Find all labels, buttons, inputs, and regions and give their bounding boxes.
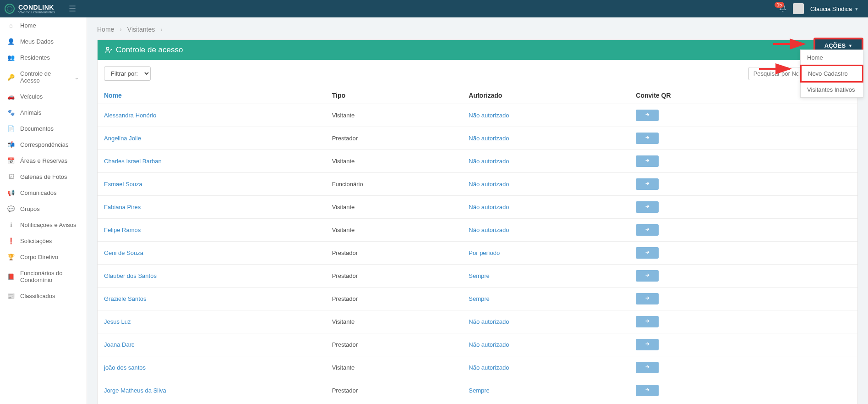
sidebar-item-meus-dados[interactable]: 👤Meus Dados [0, 33, 87, 50]
brand-logo-icon [5, 4, 15, 14]
qr-invite-button[interactable] [636, 293, 659, 304]
table-row: Geni de SouzaPrestadorPor período [98, 242, 857, 265]
visitor-type: Prestador [326, 288, 463, 310]
sidebar-item-funcionários-do-condomínio[interactable]: 📕Funcionários do Condomínio [0, 265, 87, 288]
visitor-auth-link[interactable]: Não autorizado [469, 181, 509, 188]
qr-invite-button[interactable] [636, 316, 659, 327]
qr-invite-button[interactable] [636, 270, 659, 282]
brand-tagline: Vivemos Condomínios [18, 10, 55, 14]
sidebar-item-label: Residentes [20, 54, 50, 61]
visitor-name-link[interactable]: Joana Darc [104, 341, 134, 348]
visitor-name-link[interactable]: Jorge Matheus da Silva [104, 387, 166, 394]
qr-invite-button[interactable] [636, 247, 659, 259]
visitor-name-link[interactable]: Charles Israel Barban [104, 158, 162, 165]
sidebar-item-documentos[interactable]: 📄Documentos [0, 121, 87, 137]
sidebar-item-veículos[interactable]: 🚗Veículos [0, 89, 87, 105]
sidebar-item-solicitações[interactable]: ❗Solicitações [0, 233, 87, 249]
visitor-auth-link[interactable]: Não autorizado [469, 341, 509, 348]
col-nome[interactable]: Nome [98, 87, 326, 104]
sidebar-item-label: Corpo Diretivo [20, 254, 58, 260]
visitor-name-link[interactable]: Esmael Souza [104, 181, 142, 188]
visitor-auth-link[interactable]: Sempre [469, 387, 490, 394]
sidebar-item-comunicados[interactable]: 📢Comunicados [0, 185, 87, 201]
chevron-right-icon: › [120, 26, 122, 33]
dropdown-home[interactable]: Home [801, 50, 863, 65]
sidebar-item-áreas-e-reservas[interactable]: 📅Áreas e Reservas [0, 153, 87, 169]
col-autorizado: Autorizado [462, 87, 629, 104]
sidebar-item-notificações-e-avisos[interactable]: ℹNotificações e Avisos [0, 217, 87, 233]
annotation-arrow [772, 39, 809, 50]
visitor-auth-link[interactable]: Não autorizado [469, 135, 509, 142]
visitor-auth-link[interactable]: Não autorizado [469, 158, 509, 165]
sidebar-item-label: Grupos [20, 205, 40, 212]
visitor-auth-link[interactable]: Sempre [469, 295, 490, 302]
visitor-auth-link[interactable]: Sempre [469, 272, 490, 279]
visitor-auth-link[interactable]: Não autorizado [469, 318, 509, 325]
sidebar-item-label: Controle de Acesso [20, 70, 69, 84]
visitor-auth-link[interactable]: Não autorizado [469, 204, 509, 210]
users-icon: 👥 [7, 54, 15, 61]
visitor-name-link[interactable]: Graziele Santos [104, 295, 147, 302]
arrow-right-icon [644, 387, 650, 393]
sidebar-item-label: Correspondências [20, 141, 69, 148]
breadcrumb-visitantes[interactable]: Visitantes [127, 26, 155, 33]
brand[interactable]: CONDLINK Vivemos Condomínios [5, 4, 55, 14]
visitor-auth-link[interactable]: Não autorizado [469, 364, 509, 371]
acoes-dropdown: Home Novo Cadastro Visitantes Inativos [800, 50, 863, 98]
sidebar-item-correspondências[interactable]: 📬Correspondências [0, 137, 87, 153]
visitor-auth-link[interactable]: Por período [469, 249, 500, 256]
table-row: Joana DarcPrestadorNão autorizado [98, 333, 857, 356]
qr-invite-button[interactable] [636, 362, 659, 373]
notifications-button[interactable]: 15 [779, 5, 786, 13]
visitor-type: Prestador [326, 242, 463, 265]
breadcrumb-home[interactable]: Home [97, 26, 114, 33]
sidebar-item-home[interactable]: ⌂Home [0, 17, 87, 33]
notifications-badge: 15 [775, 2, 784, 8]
filter-select[interactable]: Filtrar por: [104, 66, 151, 81]
sidebar-item-label: Meus Dados [20, 38, 54, 45]
visitor-name-link[interactable]: Fabiana Pires [104, 204, 141, 210]
visitor-name-link[interactable]: Alessandra Honório [104, 112, 156, 119]
sidebar-item-label: Galerias de Fotos [20, 173, 67, 180]
horn-icon: 📢 [7, 189, 15, 196]
qr-invite-button[interactable] [636, 224, 659, 236]
visitor-name-link[interactable]: Jesus Luz [104, 318, 131, 325]
user-menu[interactable]: Glaucia Síndica ▼ [810, 6, 859, 12]
sidebar-item-corpo-diretivo[interactable]: 🏆Corpo Diretivo [0, 249, 87, 265]
paw-icon: 🐾 [7, 109, 15, 116]
visitor-name-link[interactable]: Glauber dos Santos [104, 272, 157, 279]
qr-invite-button[interactable] [636, 339, 659, 350]
sidebar-item-label: Documentos [20, 125, 54, 132]
qr-invite-button[interactable] [636, 201, 659, 213]
sidebar-item-grupos[interactable]: 💬Grupos [0, 201, 87, 217]
visitor-auth-link[interactable]: Não autorizado [469, 112, 509, 119]
sidebar-item-controle-de-acesso[interactable]: 🔑Controle de Acesso⌄ [0, 66, 87, 89]
panel-title: Controle de acesso [116, 45, 183, 55]
dropdown-novo-cadastro[interactable]: Novo Cadastro [800, 65, 863, 83]
visitor-name-link[interactable]: Geni de Souza [104, 249, 143, 256]
sidebar-item-classificados[interactable]: 📰Classificados [0, 288, 87, 304]
visitor-name-link[interactable]: Felipe Ramos [104, 227, 141, 233]
qr-invite-button[interactable] [636, 110, 659, 121]
visitor-name-link[interactable]: Angelina Jolie [104, 135, 141, 142]
qr-invite-button[interactable] [636, 385, 659, 396]
hamburger-icon[interactable]: ☰ [69, 4, 76, 14]
dropdown-visitantes-inativos[interactable]: Visitantes Inativos [801, 82, 863, 97]
avatar[interactable] [793, 3, 804, 14]
sidebar-item-residentes[interactable]: 👥Residentes [0, 50, 87, 66]
qr-invite-button[interactable] [636, 178, 659, 190]
qr-invite-button[interactable] [636, 155, 659, 167]
visitor-type: Prestador [326, 379, 463, 402]
sidebar-item-animais[interactable]: 🐾Animais [0, 105, 87, 121]
visitor-type: Prestador [326, 333, 463, 356]
visitor-name-link[interactable]: joão dos santos [104, 364, 146, 371]
qr-invite-button[interactable] [636, 133, 659, 144]
visitor-auth-link[interactable]: Não autorizado [469, 227, 509, 233]
key-icon: 🔑 [7, 74, 15, 81]
arrow-right-icon [644, 158, 650, 163]
arrow-right-icon [644, 364, 650, 370]
book-icon: 📕 [7, 273, 15, 280]
sidebar-item-galerias-de-fotos[interactable]: 🖼Galerias de Fotos [0, 169, 87, 185]
arrow-right-icon [644, 272, 650, 278]
visitor-type: Prestador [326, 265, 463, 288]
